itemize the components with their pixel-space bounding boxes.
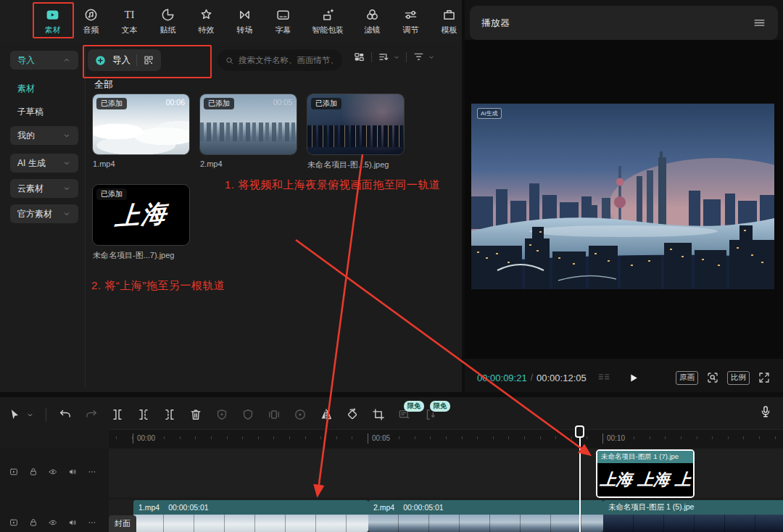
thumbnail-day-skyline: 已添加 00:05 bbox=[200, 94, 297, 154]
hamburger-menu-icon[interactable] bbox=[753, 16, 766, 30]
chevron-down-icon bbox=[62, 184, 71, 193]
zoom-fit-icon[interactable] bbox=[706, 371, 719, 384]
tab-label: 智能包装 bbox=[312, 25, 344, 36]
tab-filter[interactable]: 滤镜 bbox=[353, 7, 392, 36]
free-badge: 限免 bbox=[430, 401, 450, 412]
speaker-icon[interactable] bbox=[67, 467, 78, 477]
smart-package-icon bbox=[320, 7, 336, 22]
ruler-label: 00:00 bbox=[133, 433, 155, 444]
clip-name: 1.mp4 bbox=[138, 503, 160, 512]
lock-icon[interactable] bbox=[28, 467, 38, 477]
delete-icon[interactable] bbox=[188, 407, 203, 422]
track1-header bbox=[9, 467, 97, 477]
chevron-down-icon[interactable] bbox=[26, 411, 34, 419]
track-headers bbox=[0, 448, 109, 532]
crop-icon[interactable] bbox=[371, 407, 386, 422]
tab-audio[interactable]: 音频 bbox=[72, 7, 110, 36]
sort-icon[interactable] bbox=[378, 51, 390, 63]
microphone-icon[interactable] bbox=[758, 404, 773, 419]
cursor-tool-icon[interactable] bbox=[7, 407, 22, 422]
smart-edit-tool[interactable]: 限免 bbox=[397, 407, 412, 422]
sidebar-group-ai-generated[interactable]: AI 生成 bbox=[10, 154, 78, 173]
media-card-2mp4[interactable]: 已添加 00:05 2.mp4 bbox=[200, 94, 297, 168]
grid-view-icon[interactable] bbox=[353, 51, 365, 63]
clip-night-image[interactable]: 未命名项目-图层 1 (5).jpe bbox=[603, 500, 783, 532]
redo-icon[interactable] bbox=[84, 407, 99, 422]
split-keep-left-icon[interactable] bbox=[136, 407, 151, 422]
undo-icon[interactable] bbox=[58, 407, 72, 422]
tab-label: 字幕 bbox=[276, 25, 291, 36]
added-badge: 已添加 bbox=[204, 98, 234, 109]
sidebar-item-subdraft[interactable]: 子草稿 bbox=[17, 106, 44, 118]
sidebar-group-mine[interactable]: 我的 bbox=[10, 126, 78, 145]
media-card-1mp4[interactable]: 已添加 00:06 1.mp4 bbox=[93, 94, 189, 168]
tab-material[interactable]: 素材 bbox=[33, 7, 72, 36]
import-button-group[interactable]: 导入 bbox=[88, 49, 161, 71]
sidebar-group-cloud-material[interactable]: 云素材 bbox=[10, 179, 78, 198]
search-box[interactable] bbox=[218, 49, 342, 71]
chevron-down-icon[interactable] bbox=[428, 54, 435, 61]
timeline-ruler[interactable]: 00:00 00:05 00:10 bbox=[109, 429, 783, 448]
divider bbox=[46, 408, 46, 421]
rotate-icon[interactable] bbox=[345, 407, 360, 422]
tab-text[interactable]: TI 文本 bbox=[110, 7, 149, 36]
tab-label: 调节 bbox=[403, 25, 419, 36]
added-badge: 已添加 bbox=[96, 188, 127, 200]
fullscreen-icon[interactable] bbox=[758, 371, 771, 384]
sidebar-item-material[interactable]: 素材 bbox=[17, 83, 35, 95]
ruler-label: 00:10 bbox=[602, 433, 625, 444]
play-button[interactable] bbox=[627, 372, 639, 384]
split-keep-right-icon[interactable] bbox=[162, 407, 177, 422]
more-options-icon[interactable] bbox=[87, 518, 97, 528]
sidebar-item-import[interactable]: 导入 bbox=[10, 51, 78, 70]
tab-smart-package[interactable]: 智能包装 bbox=[302, 7, 353, 36]
chevron-down-icon bbox=[62, 159, 71, 167]
tab-template[interactable]: 模板 bbox=[430, 7, 468, 36]
tab-adjust[interactable]: 调节 bbox=[392, 7, 430, 36]
qr-code-icon[interactable] bbox=[143, 54, 154, 66]
lock-icon[interactable] bbox=[28, 518, 38, 528]
shield-star-icon[interactable] bbox=[215, 407, 229, 422]
split-icon[interactable] bbox=[110, 407, 125, 422]
search-input[interactable] bbox=[239, 56, 335, 65]
auto-cut-tool[interactable]: 限免 bbox=[423, 407, 438, 422]
clip-1mp4[interactable]: 1.mp4 00:00:05:01 bbox=[133, 500, 368, 532]
category-label[interactable]: 全部 bbox=[94, 78, 113, 91]
tab-label: 素材 bbox=[45, 25, 61, 36]
pages-icon[interactable] bbox=[597, 370, 611, 385]
eye-icon[interactable] bbox=[48, 467, 58, 477]
track-type-icon bbox=[9, 518, 19, 528]
media-card-night-image[interactable]: 已添加 未命名项目-图...5).jpeg bbox=[307, 94, 404, 170]
clip-filmstrip-shanghai: 上海 上海 上 bbox=[597, 463, 693, 496]
media-card-shanghai-image[interactable]: 已添加 上海 未命名项目-图...7).jpeg bbox=[93, 185, 189, 261]
cover-button[interactable]: 封面 bbox=[109, 515, 136, 532]
speaker-icon[interactable] bbox=[67, 518, 78, 528]
mirror-icon[interactable] bbox=[319, 407, 334, 422]
video-preview[interactable]: AI生成 bbox=[471, 104, 774, 289]
shield-icon[interactable] bbox=[241, 407, 255, 422]
tab-sticker[interactable]: 贴纸 bbox=[149, 7, 187, 36]
clip-2mp4[interactable]: 2.mp4 00:00:05:01 bbox=[368, 500, 603, 532]
media-sidebar: 导入 素材 子草稿 我的 AI 生成 云素材 官方素材 bbox=[6, 45, 86, 387]
playhead-handle[interactable] bbox=[575, 425, 584, 438]
original-quality-button[interactable]: 原画 bbox=[676, 371, 698, 385]
more-options-icon[interactable] bbox=[87, 467, 97, 477]
sidebar-group-official-material[interactable]: 官方素材 bbox=[10, 204, 78, 223]
duration-label: 00:05 bbox=[273, 98, 292, 107]
eye-icon[interactable] bbox=[48, 518, 58, 528]
preview-play-icon[interactable] bbox=[293, 407, 307, 422]
chevron-down-icon[interactable] bbox=[393, 54, 400, 61]
filter-list-icon[interactable] bbox=[413, 51, 425, 63]
chevron-down-icon bbox=[62, 209, 71, 218]
ratio-button[interactable]: 比例 bbox=[727, 371, 750, 385]
timeline-toolbar: 限免 限免 bbox=[7, 403, 438, 426]
tab-label: 音频 bbox=[83, 25, 99, 36]
added-badge: 已添加 bbox=[311, 98, 341, 109]
tab-effects[interactable]: 特效 bbox=[187, 7, 225, 36]
clip-name: 2.mp4 bbox=[373, 503, 394, 512]
top-toolbar: 素材 音频 TI 文本 贴纸 特效 转场 字幕 智能包装 bbox=[0, 0, 462, 42]
tab-captions[interactable]: 字幕 bbox=[264, 7, 302, 36]
clip-shanghai-overlay[interactable]: 未命名项目-图层 1 (7).jpe 上海 上海 上 bbox=[596, 449, 695, 498]
tab-transition[interactable]: 转场 bbox=[225, 7, 264, 36]
freeze-frame-icon[interactable] bbox=[267, 407, 281, 422]
